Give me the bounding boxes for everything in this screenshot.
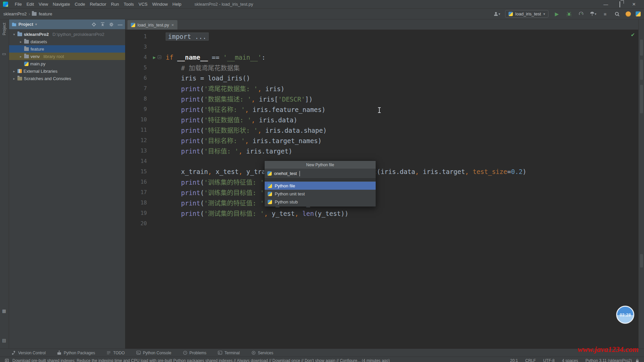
debug-button[interactable] <box>565 10 573 18</box>
minimize-button[interactable]: — <box>603 2 608 7</box>
run-line-icon[interactable]: ▶ <box>153 55 156 60</box>
restore-button[interactable] <box>617 2 623 7</box>
code-line[interactable]: 17 print('训练集的目标值: ', y_train) <box>125 187 638 197</box>
code-line[interactable]: 8 print('数据集描述: ', iris['DESCR']) <box>125 94 638 104</box>
line-number[interactable]: 19 <box>125 210 152 216</box>
right-stripe-button[interactable] <box>640 85 643 113</box>
folder-stripe-icon[interactable]: ▭ <box>2 51 7 56</box>
project-panel-header[interactable]: Project ▾ — <box>9 19 125 29</box>
toolwindow-todo[interactable]: TODO <box>106 350 124 355</box>
right-stripe-button[interactable] <box>640 254 643 267</box>
code-line[interactable]: 12 print('目标名称: ', iris.target_names) <box>125 135 638 145</box>
toolwindow-version-control[interactable]: Version Control <box>11 350 46 355</box>
menu-tools[interactable]: Tools <box>121 1 136 7</box>
code-editor[interactable]: 1import ...34▶−if __name__ == '__main__'… <box>125 30 638 349</box>
line-number[interactable]: 4 <box>125 54 152 60</box>
line-number[interactable]: 5 <box>125 64 152 71</box>
settings-gear-icon[interactable] <box>109 22 114 27</box>
line-number[interactable]: 16 <box>125 179 152 185</box>
stop-button[interactable]: ■ <box>601 10 609 18</box>
bookmarks-stripe-icon[interactable]: ▩ <box>2 308 7 313</box>
breadcrumb-item[interactable]: sklearnPro2 <box>3 11 26 16</box>
project-stripe-button[interactable]: Project <box>2 23 7 35</box>
status-widget[interactable]: 4 spaces <box>562 358 578 362</box>
lock-icon[interactable] <box>635 359 639 362</box>
plugin-icon[interactable] <box>636 11 641 16</box>
line-number[interactable]: 8 <box>125 96 152 102</box>
status-widget[interactable]: 20:1 <box>510 358 518 362</box>
file-type-option-python-stub[interactable]: Python stub <box>265 198 376 206</box>
line-number[interactable]: 17 <box>125 189 152 195</box>
line-number[interactable]: 3 <box>125 44 152 50</box>
code-line[interactable]: 11 print('特征数据形状: ', iris.data.shape) <box>125 125 638 135</box>
tree-item-feature[interactable]: feature <box>9 45 125 53</box>
recording-timer-badge[interactable]: 03:28 <box>616 306 634 324</box>
breadcrumb-item[interactable]: feature <box>39 11 52 16</box>
code-line[interactable]: 13 print('目标值: ', iris.target) <box>125 145 638 156</box>
line-number[interactable]: 1 <box>125 33 152 40</box>
code-line[interactable]: 6 iris = load_iris() <box>125 73 638 83</box>
code-line[interactable]: 4▶−if __name__ == '__main__': <box>125 52 638 62</box>
tree-chevron-icon[interactable]: ▸ <box>19 55 22 58</box>
codota-plugin-icon[interactable] <box>626 11 631 17</box>
code-line[interactable]: 15 x_train, x_test, y_train, y_test = tr… <box>125 166 638 177</box>
line-number[interactable]: 11 <box>125 127 152 133</box>
collapse-all-icon[interactable] <box>100 22 105 27</box>
fold-icon[interactable]: − <box>158 55 161 59</box>
line-number[interactable]: 12 <box>125 137 152 143</box>
event-log-icon[interactable] <box>5 358 9 362</box>
profiler-button[interactable] <box>577 10 585 18</box>
structure-stripe-icon[interactable]: ▤ <box>2 338 7 343</box>
tree-item-venv[interactable]: ▸venvlibrary root <box>9 53 125 60</box>
file-type-option-python-file[interactable]: Python file <box>265 182 376 190</box>
code-line[interactable]: 9 print('特征名称: ', iris.feature_names) <box>125 104 638 114</box>
code-line[interactable]: 10 print('特征数据值: ', iris.data) <box>125 114 638 125</box>
status-widget[interactable]: CRLF <box>525 358 536 362</box>
menu-edit[interactable]: Edit <box>24 1 36 7</box>
line-number[interactable]: 6 <box>125 75 152 81</box>
menu-view[interactable]: View <box>36 1 50 7</box>
run-configuration-select[interactable]: load_iris_test ▾ <box>505 10 548 18</box>
line-number[interactable]: 20 <box>125 220 152 227</box>
line-number[interactable]: 13 <box>125 147 152 154</box>
toolwindow-problems[interactable]: Problems <box>183 350 207 355</box>
toolwindow-python-packages[interactable]: Python Packages <box>57 350 95 355</box>
line-number[interactable]: 14 <box>125 158 152 164</box>
right-stripe-button[interactable] <box>640 60 643 80</box>
toolwindow-python-console[interactable]: Python Console <box>136 350 171 355</box>
profile-user-icon[interactable]: ▾ <box>493 10 500 18</box>
line-number[interactable]: 10 <box>125 116 152 123</box>
right-stripe-button[interactable] <box>640 40 643 56</box>
code-line[interactable]: 14 <box>125 156 638 166</box>
code-line[interactable]: 20 <box>125 218 638 229</box>
code-line[interactable]: 3 <box>125 42 638 52</box>
tab-close-icon[interactable]: × <box>171 22 174 27</box>
toolwindow-services[interactable]: Services <box>251 350 273 355</box>
code-line[interactable]: 19 print('测试集的目标值: ', y_test, len(y_test… <box>125 208 638 218</box>
close-button[interactable]: × <box>631 1 637 8</box>
tree-chevron-icon[interactable]: ▸ <box>19 40 22 44</box>
tree-item-scratches-and-consoles[interactable]: ▸Scratches and Consoles <box>9 75 125 82</box>
status-widget[interactable]: Python 3.11 (sklearnPro2) <box>585 358 632 362</box>
editor-tab[interactable]: load_iris_test.py × <box>127 20 177 29</box>
code-line[interactable]: 16 print('训练集的特征值: ', x_train, x_train.s… <box>125 177 638 187</box>
hide-panel-icon[interactable]: — <box>118 22 122 27</box>
menu-window[interactable]: Window <box>150 1 170 7</box>
tree-item-external-libraries[interactable]: ▸External Libraries <box>9 67 125 75</box>
toolwindow-terminal[interactable]: Terminal <box>218 350 239 355</box>
status-widget[interactable]: UTF-8 <box>543 358 554 362</box>
status-message[interactable]: Download pre-built shared indexes: Reduc… <box>12 358 390 362</box>
line-number[interactable]: 18 <box>125 199 152 206</box>
code-line[interactable]: 5 # 加载鸢尾花数据集 <box>125 62 638 73</box>
menu-vcs[interactable]: VCS <box>136 1 150 7</box>
file-type-option-python-unit-test[interactable]: Python unit test <box>265 190 376 198</box>
tree-chevron-icon[interactable]: ▸ <box>12 77 16 80</box>
locate-file-icon[interactable] <box>92 22 96 27</box>
code-line[interactable]: 7 print('鸢尾花数据集: ', iris) <box>125 83 638 94</box>
menu-refactor[interactable]: Refactor <box>88 1 109 7</box>
menu-navigate[interactable]: Navigate <box>50 1 72 7</box>
tree-chevron-icon[interactable]: ▾ <box>12 33 16 36</box>
code-line[interactable]: 1import ... <box>125 31 638 42</box>
tree-item-datasets[interactable]: ▸datasets <box>9 38 125 45</box>
menu-help[interactable]: Help <box>170 1 184 7</box>
